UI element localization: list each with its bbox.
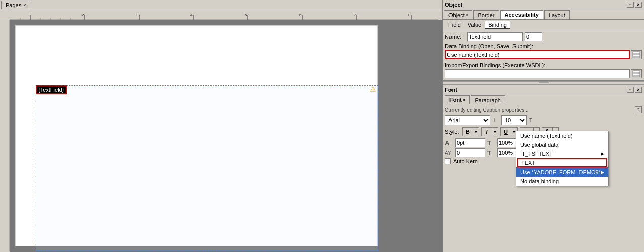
svg-text:3: 3 (136, 13, 139, 17)
italic-btn[interactable]: I (481, 127, 492, 136)
dropdown-item-no-binding[interactable]: No data binding (516, 177, 608, 186)
spacing-t-icon: T (487, 139, 495, 147)
spacing-a-icon: A (445, 139, 453, 147)
bold-dropdown-arrow[interactable]: ▼ (473, 127, 479, 136)
dropdown-item-yadobe[interactable]: Use *YADOBE_FORM_DEMO9* ▶ (516, 167, 608, 177)
style-label: Style: (445, 129, 460, 135)
name-index-input[interactable] (525, 32, 542, 41)
import-export-row (445, 69, 642, 78)
autokern-label: Auto Kern (453, 158, 478, 164)
binding-dropdown-btn[interactable] (631, 50, 642, 59)
import-export-section: Import/Export Bindings (Execute WSDL): (445, 62, 642, 78)
font-panel-minimize[interactable]: − (627, 87, 634, 93)
autokern-checkbox[interactable] (445, 158, 451, 164)
svg-text:6: 6 (299, 13, 302, 17)
canvas-page: {TextField} ⚠ (15, 25, 378, 246)
svg-text:8: 8 (408, 13, 411, 17)
svg-text:T: T (529, 118, 532, 123)
font-tab-font[interactable]: Font × (445, 95, 470, 104)
svg-text:2: 2 (82, 13, 84, 17)
svg-text:4: 4 (190, 13, 193, 17)
object-panel-tabs: Object × Border Accessibility Layout (443, 9, 644, 20)
object-panel-title: Object (445, 2, 462, 8)
italic-dropdown-arrow[interactable]: ▼ (492, 127, 498, 136)
bold-btn-group: B ▼ (462, 127, 479, 136)
pages-tab[interactable]: Pages × (1, 1, 30, 9)
spacing-ay-input[interactable] (455, 148, 485, 157)
ruler-vertical (0, 20, 10, 252)
textfield-caption[interactable]: {TextField} (36, 85, 67, 94)
sub-tabs: Field Value Binding (443, 20, 644, 30)
ruler-horizontal: 1 2 3 4 5 6 7 8 (10, 10, 442, 20)
ruler-corner (0, 10, 10, 20)
bold-btn[interactable]: B (462, 127, 473, 136)
tab-border[interactable]: Border (473, 10, 499, 19)
font-tab-paragraph[interactable]: Paragraph (471, 95, 505, 104)
import-export-dropdown-btn[interactable] (631, 69, 642, 78)
dropdown-item-use-name[interactable]: Use name (TextField) (516, 131, 608, 140)
dropdown-item-it-tsftext[interactable]: IT_TSFTEXT ▶ (516, 149, 608, 158)
font-panel-title: Font (445, 87, 457, 93)
textfield-body[interactable] (36, 85, 378, 251)
tab-object[interactable]: Object × (444, 10, 472, 19)
svg-text:5: 5 (245, 13, 247, 17)
font-name-select[interactable]: Arial (445, 115, 490, 125)
spacing-a-input[interactable] (455, 138, 485, 147)
font-panel-tabs: Font × Paragraph (443, 94, 644, 104)
submenu-arrow: ▶ (601, 151, 604, 156)
font-size-icon: T (492, 116, 499, 125)
import-export-label: Import/Export Bindings (Execute WSDL): (445, 62, 642, 68)
sub-tab-value[interactable]: Value (464, 21, 485, 29)
sub-tab-binding[interactable]: Binding (485, 21, 510, 29)
pages-tab-close[interactable]: × (23, 3, 26, 8)
font-size-T-icon: T (529, 117, 535, 124)
svg-text:1: 1 (28, 13, 30, 17)
tab-object-close[interactable]: × (466, 13, 468, 17)
canvas-content: {TextField} ⚠ (10, 20, 442, 252)
warning-icon: ⚠ (370, 85, 376, 93)
font-panel-close[interactable]: × (635, 87, 642, 93)
data-binding-label: Data Binding (Open, Save, Submit): (445, 43, 642, 49)
dropdown-item-text[interactable]: TEXT (517, 158, 607, 167)
object-panel-body: Name: Data Binding (Open, Save, Submit): (443, 30, 644, 80)
name-row: Name: (445, 32, 642, 41)
italic-btn-group: I ▼ (481, 127, 498, 136)
name-label: Name: (445, 34, 465, 40)
help-icon[interactable]: ? (635, 106, 642, 113)
font-panel-titlebar: Font − × (443, 85, 644, 94)
panel-minimize-btn[interactable]: − (627, 2, 634, 8)
data-binding-section: Data Binding (Open, Save, Submit): (445, 43, 642, 59)
spacing-ty-icon: T (487, 149, 495, 157)
tab-layout[interactable]: Layout (544, 10, 570, 19)
svg-text:T: T (493, 117, 496, 123)
binding-row (445, 50, 642, 59)
font-tab-close[interactable]: × (463, 98, 465, 102)
dropdown-item-use-global[interactable]: Use global data (516, 140, 608, 149)
binding-input[interactable] (445, 50, 630, 59)
object-panel: Object − × Object × Border Accessibility (443, 0, 644, 81)
sub-tab-field[interactable]: Field (445, 21, 464, 29)
panel-close-btn[interactable]: × (635, 2, 642, 8)
caption-note: Currently editing Caption properties... … (445, 106, 642, 113)
object-panel-titlebar: Object − × (443, 0, 644, 9)
yadobe-submenu-arrow: ▶ (601, 170, 604, 175)
spacing-ay-icon: AY (445, 150, 453, 156)
underline-btn[interactable]: U (500, 127, 511, 136)
font-size-select[interactable]: 10 (501, 115, 527, 125)
import-export-input[interactable] (445, 69, 630, 78)
pages-tab-label: Pages (6, 2, 21, 8)
font-name-row: Arial T 10 T (445, 115, 642, 125)
name-input[interactable] (467, 32, 523, 41)
binding-dropdown-menu: Use name (TextField) Use global data IT_… (516, 131, 609, 186)
underline-btn-group: U ▼ (500, 127, 518, 136)
tab-accessibility[interactable]: Accessibility (500, 10, 543, 19)
svg-text:7: 7 (354, 13, 356, 17)
